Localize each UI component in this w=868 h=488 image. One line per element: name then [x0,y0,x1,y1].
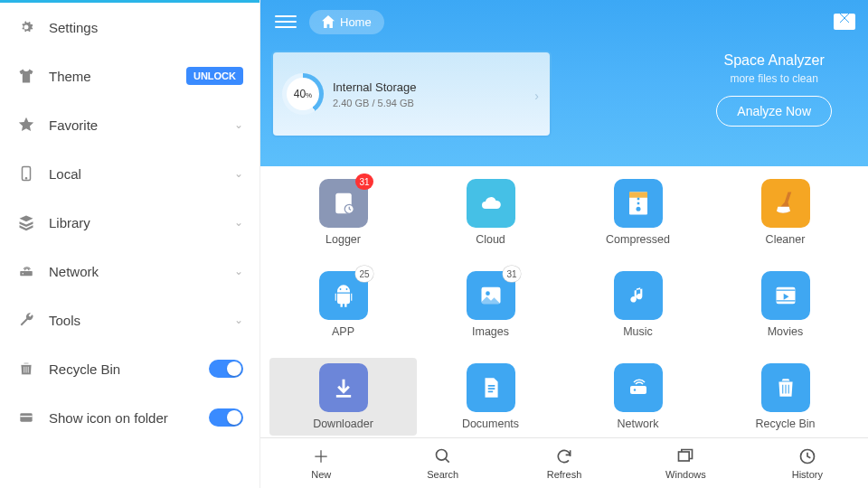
toggle-show-icon[interactable] [209,408,243,427]
bottom-history[interactable]: History [747,438,868,488]
main: Home 40% Internal Storage 2.40 GB / 5.94… [260,0,868,488]
grid-item-documents[interactable]: Documents [417,358,564,436]
sidebar-item-label: Favorite [49,117,234,133]
grid-item-logger[interactable]: 31Logger [269,174,417,251]
badge-count: 25 [355,266,373,282]
grid-item-label: Downloader [313,418,373,430]
stack-icon [16,212,36,232]
toggle-recycle-bin[interactable] [209,360,243,378]
storage-info: Internal Storage 2.40 GB / 5.94 GB [333,80,417,108]
download-icon [319,363,368,412]
svg-rect-9 [629,192,647,198]
bottom-search[interactable]: Search [382,438,503,488]
sidebar-item-show-icon[interactable]: Show icon on folder [0,393,259,442]
history-icon [797,446,817,466]
analyze-now-button[interactable]: Analyze Now [716,96,832,127]
star-icon [16,115,36,135]
category-grid: 31LoggerCloudCompressedCleaner25APP31Ima… [269,174,859,436]
sidebar-item-local[interactable]: Local ⌄ [0,149,259,198]
sidebar-item-label: Recycle Bin [49,361,209,377]
movie-icon [761,271,810,320]
home-label: Home [340,15,372,29]
header: Home 40% Internal Storage 2.40 GB / 5.94… [260,0,868,166]
trash-icon [16,359,36,379]
bottom-windows[interactable]: Windows [625,438,746,488]
storage-usage: 2.40 GB / 5.94 GB [333,98,417,108]
chevron-down-icon: ⌄ [234,265,243,277]
sidebar-item-label: Show icon on folder [49,410,209,426]
svg-rect-21 [679,452,690,461]
breadcrumb-home[interactable]: Home [309,10,384,34]
badge-count: 31 [355,174,373,190]
svg-rect-10 [637,198,639,201]
image-icon: 31 [467,271,515,320]
mail-icon[interactable] [834,14,855,30]
sidebar-item-recycle-bin[interactable]: Recycle Bin [0,344,259,393]
grid-item-label: Music [623,325,653,338]
grid-item-label: Documents [462,418,519,430]
sidebar-item-favorite[interactable]: Favorite ⌄ [0,100,259,149]
chevron-down-icon: ⌄ [234,314,243,326]
svg-rect-5 [20,416,32,417]
sidebar-item-label: Library [49,215,234,230]
cloud-icon [467,179,515,228]
music-icon [614,271,663,320]
svg-point-3 [23,273,24,275]
bottom-new[interactable]: New [260,438,382,488]
storage-card[interactable]: 40% Internal Storage 2.40 GB / 5.94 GB › [271,51,552,137]
bottom-label: Search [427,469,458,480]
grid-item-music[interactable]: Music [564,266,712,343]
plus-icon [311,446,331,466]
sidebar: Settings Theme UNLOCK Favorite ⌄ Local ⌄… [0,0,260,488]
grid-item-recycle-bin[interactable]: Recycle Bin [712,358,859,436]
sidebar-item-settings[interactable]: Settings [0,3,259,52]
sidebar-item-label: Theme [49,69,186,84]
grid-item-label: Cloud [476,233,505,246]
topbar: Home [260,0,868,43]
sidebar-item-label: Local [49,166,234,182]
windows-icon [675,446,695,466]
svg-point-1 [25,178,26,179]
grid-item-app[interactable]: 25APP [269,266,417,343]
space-analyzer: Space Analyzer more files to clean Analy… [716,52,832,127]
search-icon [433,446,453,466]
sidebar-item-theme[interactable]: Theme UNLOCK [0,52,259,100]
home-icon [322,15,335,28]
chevron-down-icon: ⌄ [234,118,243,131]
unlock-badge[interactable]: UNLOCK [186,67,243,85]
svg-point-20 [436,450,447,461]
android-icon: 25 [319,271,368,320]
refresh-icon [554,446,574,466]
broom-icon [761,179,810,228]
bottom-label: Refresh [547,469,582,480]
bottom-refresh[interactable]: Refresh [504,438,625,488]
zip-icon [614,179,663,228]
grid-item-movies[interactable]: Movies [712,266,859,343]
grid-item-network[interactable]: Network [564,358,712,436]
analyzer-subtitle: more files to clean [716,72,832,85]
trash-icon [761,363,810,412]
router-icon [16,261,36,281]
grid-item-cleaner[interactable]: Cleaner [712,174,859,251]
svg-rect-2 [20,271,33,276]
chevron-down-icon: ⌄ [234,216,243,229]
grid-item-label: APP [332,325,354,338]
sidebar-item-library[interactable]: Library ⌄ [0,198,259,247]
svg-point-13 [339,288,341,290]
chevron-right-icon: › [534,89,539,103]
grid-item-label: Images [472,325,509,338]
menu-icon[interactable] [273,9,298,34]
badge-count: 31 [503,266,520,282]
sidebar-item-network[interactable]: Network ⌄ [0,247,259,296]
grid-item-compressed[interactable]: Compressed [564,174,712,251]
svg-point-12 [636,207,640,211]
grid-item-images[interactable]: 31Images [417,266,564,343]
bottom-label: Windows [665,469,706,480]
storage-ring: 40% [282,73,324,115]
bottombar: New Search Refresh Windows History [260,437,868,488]
grid-item-cloud[interactable]: Cloud [417,174,564,251]
bottom-label: New [311,469,331,480]
grid-item-downloader[interactable]: Downloader [269,358,417,436]
sidebar-item-tools[interactable]: Tools ⌄ [0,296,259,344]
bottom-label: History [792,469,823,480]
